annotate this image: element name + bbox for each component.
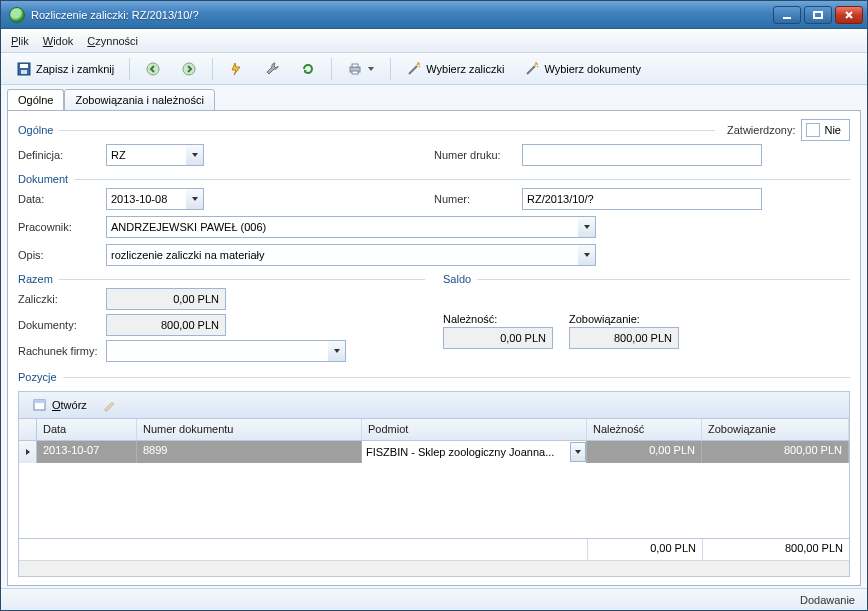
pracownik-label: Pracownik:: [18, 221, 106, 233]
wybierz-dokumenty-label: Wybierz dokumenty: [544, 63, 641, 75]
data-dropdown[interactable]: [186, 188, 204, 210]
pozycje-grid: Data Numer dokumentu Podmiot Należność Z…: [18, 419, 850, 577]
col-podmiot[interactable]: Podmiot: [362, 419, 587, 440]
dokumenty-label: Dokumenty:: [18, 319, 106, 331]
close-button[interactable]: [835, 6, 863, 24]
opis-dropdown[interactable]: [578, 244, 596, 266]
nav-back-button[interactable]: [138, 57, 168, 81]
save-close-button[interactable]: Zapisz i zamknij: [9, 57, 121, 81]
zobowiazanie-label: Zobowiązanie:: [569, 313, 679, 325]
tool-2[interactable]: [257, 57, 287, 81]
group-saldo-legend: Saldo: [443, 273, 471, 285]
cell-naleznosc: 0,00 PLN: [587, 441, 702, 463]
zobowiazanie-value: [569, 327, 679, 349]
zatwierdzony-value: Nie: [824, 124, 841, 136]
wybierz-dokumenty-button[interactable]: Wybierz dokumenty: [517, 57, 648, 81]
toolbar: Zapisz i zamknij Wybierz zaliczki Wybier…: [1, 53, 867, 85]
wand-icon: [524, 61, 540, 77]
menu-plik[interactable]: Plik: [11, 35, 29, 47]
lightning-icon: [228, 61, 244, 77]
otworz-button[interactable]: Otwórz: [25, 393, 94, 417]
tab-ogolne[interactable]: Ogólne: [7, 89, 64, 111]
svg-point-7: [147, 63, 159, 75]
zatwierdzony-checkbox[interactable]: [806, 123, 820, 137]
svg-rect-1: [814, 12, 822, 18]
arrow-right-icon: [181, 61, 197, 77]
statusbar: Dodawanie: [1, 588, 867, 610]
wybierz-zaliczki-button[interactable]: Wybierz zaliczki: [399, 57, 511, 81]
svg-point-8: [183, 63, 195, 75]
svg-rect-5: [20, 64, 28, 68]
grid-footer: 0,00 PLN 800,00 PLN: [19, 538, 849, 560]
col-data[interactable]: Data: [37, 419, 137, 440]
cell-podmiot[interactable]: FISZBIN - Sklep zoologiczny Joanna...: [362, 441, 587, 463]
nav-fwd-button[interactable]: [174, 57, 204, 81]
zatwierdzony-label: Zatwierdzony:: [727, 124, 795, 136]
tab-panel-ogolne: Ogólne Zatwierdzony: Nie Definicja:: [7, 110, 861, 586]
total-naleznosc: 0,00 PLN: [587, 539, 702, 560]
opis-input[interactable]: [106, 244, 578, 266]
save-icon: [16, 61, 32, 77]
naleznosc-label: Należność:: [443, 313, 553, 325]
opis-label: Opis:: [18, 249, 106, 261]
cell-podmiot-text: FISZBIN - Sklep zoologiczny Joanna...: [366, 446, 570, 458]
group-dokument-legend: Dokument: [18, 173, 68, 185]
cell-numer: 8899: [137, 441, 362, 463]
app-icon: [9, 7, 25, 23]
minimize-button[interactable]: [773, 6, 801, 24]
naleznosc-value: [443, 327, 553, 349]
tool-1[interactable]: [221, 57, 251, 81]
definicja-input[interactable]: [106, 144, 186, 166]
svg-rect-13: [34, 400, 45, 403]
pracownik-input[interactable]: [106, 216, 578, 238]
numer-druku-input[interactable]: [522, 144, 762, 166]
wybierz-zaliczki-label: Wybierz zaliczki: [426, 63, 504, 75]
total-zobowiazanie: 800,00 PLN: [702, 539, 849, 560]
zaliczki-value: [106, 288, 226, 310]
wrench-icon: [264, 61, 280, 77]
maximize-button[interactable]: [804, 6, 832, 24]
group-ogolne-legend: Ogólne: [18, 124, 53, 136]
printer-icon: [347, 61, 363, 77]
chevron-down-icon: [367, 61, 375, 77]
grid-h-scroll[interactable]: [19, 560, 849, 576]
data-label: Data:: [18, 193, 106, 205]
group-pozycje-legend: Pozycje: [18, 371, 57, 383]
group-razem-legend: Razem: [18, 273, 53, 285]
arrow-left-icon: [145, 61, 161, 77]
svg-rect-11: [352, 71, 358, 74]
menu-czynnosci[interactable]: Czynności: [87, 35, 138, 47]
podmiot-dropdown[interactable]: [570, 442, 586, 462]
col-naleznosc[interactable]: Należność: [587, 419, 702, 440]
tool-3[interactable]: [293, 57, 323, 81]
cell-zobowiazanie: 800,00 PLN: [702, 441, 849, 463]
otworz-label: Otwórz: [52, 399, 87, 411]
rachunek-dropdown[interactable]: [328, 340, 346, 362]
data-input[interactable]: [106, 188, 186, 210]
row-selector-head: [19, 419, 37, 440]
pracownik-dropdown[interactable]: [578, 216, 596, 238]
save-close-label: Zapisz i zamknij: [36, 63, 114, 75]
client-area: Ogólne Zobowiązania i należności Ogólne …: [1, 85, 867, 588]
dokumenty-value: [106, 314, 226, 336]
zaliczki-label: Zaliczki:: [18, 293, 106, 305]
open-icon: [32, 397, 48, 413]
grid-header: Data Numer dokumentu Podmiot Należność Z…: [19, 419, 849, 441]
window: Rozliczenie zaliczki: RZ/2013/10/? Plik …: [0, 0, 868, 611]
definicja-dropdown[interactable]: [186, 144, 204, 166]
numer-label: Numer:: [434, 193, 522, 205]
definicja-label: Definicja:: [18, 149, 106, 161]
col-zobowiazanie[interactable]: Zobowiązanie: [702, 419, 849, 440]
numer-druku-label: Numer druku:: [434, 149, 522, 161]
table-row[interactable]: 2013-10-07 8899 FISZBIN - Sklep zoologic…: [19, 441, 849, 463]
rachunek-input[interactable]: [106, 340, 328, 362]
rachunek-label: Rachunek firmy:: [18, 345, 106, 357]
menu-widok[interactable]: Widok: [43, 35, 74, 47]
print-button[interactable]: [340, 57, 382, 81]
svg-rect-6: [21, 70, 27, 74]
grid-body[interactable]: 2013-10-07 8899 FISZBIN - Sklep zoologic…: [19, 441, 849, 538]
row-selector[interactable]: [19, 441, 37, 463]
numer-input[interactable]: [522, 188, 762, 210]
tab-zobowiazania[interactable]: Zobowiązania i należności: [64, 89, 214, 111]
col-numer[interactable]: Numer dokumentu: [137, 419, 362, 440]
